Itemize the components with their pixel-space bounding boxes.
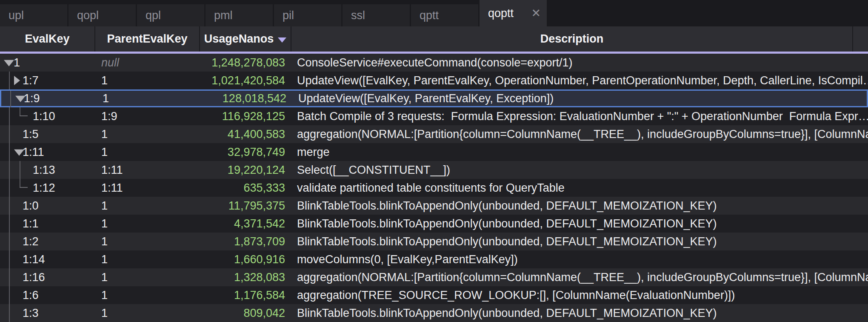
parentevalkey-value: 1 xyxy=(101,128,108,141)
parentevalkey-value: 1 xyxy=(101,271,108,284)
evalkey-value: 1 xyxy=(14,56,20,69)
parentevalkey-value: 1:11 xyxy=(101,164,123,177)
evalkey-value: 1:5 xyxy=(23,128,39,141)
cell-description: BlinkTableTools.blinkToAppendOnly(unboun… xyxy=(291,215,868,233)
column-header-label: EvalKey xyxy=(25,32,69,46)
cell-evalkey: 1 xyxy=(0,54,95,72)
cell-usagenanos: 128,018,542 xyxy=(201,91,293,106)
cell-evalkey: 1:14 xyxy=(0,250,95,268)
cell-description: BlinkTableTools.blinkToAppendOnly(unboun… xyxy=(291,304,868,322)
table-row-1:6[interactable]: 1:611,176,584aggregation(TREE_SOURCE_ROW… xyxy=(0,286,868,304)
tab-label: pml xyxy=(214,9,233,22)
cell-usagenanos: 32,978,749 xyxy=(200,143,291,161)
cell-description: aggregation(NORMAL:[Partition{column=Col… xyxy=(291,268,868,286)
cell-usagenanos: 11,795,375 xyxy=(200,197,291,215)
cell-evalkey: 1:10 xyxy=(0,107,95,125)
table-row-1:9[interactable]: 1:91128,018,542UpdateView([EvalKey, Pare… xyxy=(0,89,868,107)
cell-description: aggregation(TREE_SOURCE_ROW_LOOKUP:[], [… xyxy=(291,286,868,304)
parentevalkey-value: 1 xyxy=(101,235,108,248)
cell-description: moveColumns(0, [EvalKey,ParentEvalKey]) xyxy=(291,250,868,268)
tab-label: pil xyxy=(283,9,294,22)
tab-qopl[interactable]: qopl xyxy=(69,4,136,26)
table-row-1:7[interactable]: 1:711,021,420,584UpdateView([EvalKey, Pa… xyxy=(0,72,868,89)
table-row-1:3[interactable]: 1:31809,042BlinkTableTools.blinkToAppend… xyxy=(0,304,868,322)
parentevalkey-value: 1 xyxy=(101,199,108,213)
table-row-1:12[interactable]: 1:121:11635,333validate partitioned tabl… xyxy=(0,179,868,197)
cell-evalkey: 1:11 xyxy=(0,143,95,161)
parentevalkey-value: 1 xyxy=(101,217,108,230)
parentevalkey-value: 1:11 xyxy=(101,181,123,195)
table-row-1:2[interactable]: 1:211,873,709BlinkTableTools.blinkToAppe… xyxy=(0,233,868,250)
cell-description: aggregation(NORMAL:[Partition{column=Col… xyxy=(291,125,868,143)
column-header-description[interactable]: Description xyxy=(291,26,853,52)
tab-pml[interactable]: pml xyxy=(206,4,273,26)
expand-arrow-icon[interactable] xyxy=(14,76,20,85)
column-header-usagenanos[interactable]: UsageNanos xyxy=(200,26,291,52)
cell-parentevalkey: 1 xyxy=(95,250,200,268)
cell-evalkey: 1:7 xyxy=(0,72,95,89)
tab-upl[interactable]: upl xyxy=(0,4,67,26)
column-header-label: ParentEvalKey xyxy=(107,32,187,46)
cell-evalkey: 1:0 xyxy=(0,197,95,215)
table-row-1:10[interactable]: 1:101:9116,928,125Batch Compile of 3 req… xyxy=(0,107,868,125)
cell-description: Select([__CONSTITUENT__]) xyxy=(291,161,868,179)
cell-parentevalkey: 1:11 xyxy=(95,179,200,197)
tab-ssl[interactable]: ssl xyxy=(343,4,410,26)
column-header-row: EvalKey ParentEvalKey UsageNanos Descrip… xyxy=(0,26,868,52)
tab-label: qopl xyxy=(77,9,99,22)
table-row-1:0[interactable]: 1:0111,795,375BlinkTableTools.blinkToApp… xyxy=(0,197,868,215)
tree-table-body: 1null1,248,278,083ConsoleService#execute… xyxy=(0,54,868,322)
cell-parentevalkey: 1 xyxy=(95,268,200,286)
tab-qoptt[interactable]: qoptt✕ xyxy=(480,0,547,26)
evalkey-value: 1:14 xyxy=(23,253,45,266)
cell-evalkey: 1:13 xyxy=(0,161,95,179)
column-header-evalkey[interactable]: EvalKey xyxy=(0,26,95,52)
evalkey-value: 1:13 xyxy=(33,164,55,177)
table-row-1:5[interactable]: 1:5141,400,583aggregation(NORMAL:[Partit… xyxy=(0,125,868,143)
cell-evalkey: 1:3 xyxy=(0,304,95,322)
cell-parentevalkey: 1:11 xyxy=(95,161,200,179)
parentevalkey-value: 1 xyxy=(101,74,108,87)
table-row-1:11[interactable]: 1:11132,978,749merge xyxy=(0,143,868,161)
cell-parentevalkey: 1 xyxy=(95,143,200,161)
cell-usagenanos: 4,371,542 xyxy=(200,215,291,233)
tab-pil[interactable]: pil xyxy=(274,4,341,26)
cell-usagenanos: 19,220,124 xyxy=(200,161,291,179)
cell-parentevalkey: null xyxy=(95,54,200,72)
evalkey-value: 1:16 xyxy=(23,271,45,284)
table-row-1:14[interactable]: 1:1411,660,916moveColumns(0, [EvalKey,Pa… xyxy=(0,250,868,268)
table-row-1:13[interactable]: 1:131:1119,220,124Select([__CONSTITUENT_… xyxy=(0,161,868,179)
cell-usagenanos: 1,248,278,083 xyxy=(200,54,291,72)
cell-usagenanos: 809,042 xyxy=(200,304,291,322)
cell-description: Batch Compile of 3 requests: Formula Exp… xyxy=(291,107,868,125)
cell-usagenanos: 1,176,584 xyxy=(200,286,291,304)
cell-parentevalkey: 1 xyxy=(95,233,200,250)
tab-label: upl xyxy=(9,9,24,22)
cell-usagenanos: 1,328,083 xyxy=(200,268,291,286)
cell-parentevalkey: 1 xyxy=(95,125,200,143)
evalkey-value: 1:10 xyxy=(33,110,55,123)
tab-qpl[interactable]: qpl xyxy=(137,4,204,26)
cell-usagenanos: 116,928,125 xyxy=(200,107,291,125)
cell-parentevalkey: 1 xyxy=(95,304,200,322)
cell-description: ConsoleService#executeCommand(console=ex… xyxy=(291,54,868,72)
cell-description: UpdateView([EvalKey, ParentEvalKey, Oper… xyxy=(291,72,868,89)
parentevalkey-value: 1 xyxy=(103,92,109,105)
collapse-arrow-icon[interactable] xyxy=(4,60,14,66)
table-row-1:1[interactable]: 1:114,371,542BlinkTableTools.blinkToAppe… xyxy=(0,215,868,233)
tab-qptt[interactable]: qptt xyxy=(411,4,478,26)
evalkey-value: 1:12 xyxy=(33,181,55,195)
cell-evalkey: 1:5 xyxy=(0,125,95,143)
cell-usagenanos: 1,660,916 xyxy=(200,250,291,268)
table-row-1:16[interactable]: 1:1611,328,083aggregation(NORMAL:[Partit… xyxy=(0,268,868,286)
cell-parentevalkey: 1 xyxy=(95,286,200,304)
parentevalkey-value: 1 xyxy=(101,289,108,302)
column-header-parentevalkey[interactable]: ParentEvalKey xyxy=(95,26,200,52)
table-row-1[interactable]: 1null1,248,278,083ConsoleService#execute… xyxy=(0,54,868,72)
parentevalkey-value: 1:9 xyxy=(101,110,117,123)
cell-usagenanos: 1,873,709 xyxy=(200,233,291,250)
parentevalkey-value: 1 xyxy=(101,146,108,159)
close-tab-icon[interactable]: ✕ xyxy=(531,8,541,19)
parentevalkey-value: 1 xyxy=(101,307,108,320)
tab-label: ssl xyxy=(351,9,365,22)
